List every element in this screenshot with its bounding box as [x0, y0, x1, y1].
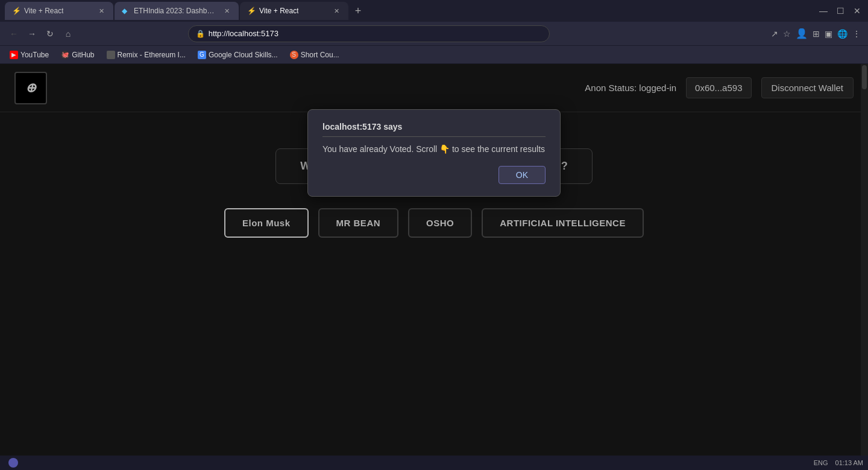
dialog-ok-button[interactable]: OK [498, 166, 546, 184]
tab-1[interactable]: ⚡ Vite + React ✕ [5, 2, 113, 20]
forward-button[interactable]: → [25, 29, 39, 39]
refresh-button[interactable]: ↻ [43, 29, 57, 39]
address-bar: ← → ↻ ⌂ 🔒 http://localhost:5173 ↗ ☆ 👤 ⊞ … [0, 22, 868, 46]
bookmark-github[interactable]: 🐙 GitHub [56, 49, 99, 60]
tab3-close[interactable]: ✕ [332, 6, 341, 16]
tab2-icon: ◆ [122, 7, 130, 15]
taskbar-lang: ENG [814, 459, 828, 466]
taskbar: ENG 01:13 AM [0, 456, 868, 470]
close-window-button[interactable]: ✕ [851, 6, 863, 16]
taskbar-time: 01:13 AM [835, 459, 863, 466]
star-icon[interactable]: ☆ [783, 29, 791, 39]
browser-chrome: ⚡ Vite + React ✕ ◆ ETHIndia 2023: Dashbo… [0, 0, 868, 64]
gcloud-icon: G [198, 51, 206, 59]
bookmark-short[interactable]: S Short Cou... [285, 49, 344, 60]
address-right: ↗ ☆ 👤 ⊞ ▣ 🌐 ⋮ [771, 28, 861, 39]
taskbar-circle [8, 458, 18, 468]
menu-icon[interactable]: ⋮ [852, 29, 861, 39]
bookmark-youtube[interactable]: ▶ YouTube [5, 49, 54, 60]
bookmark-remix[interactable]: Remix - Ethereum I... [102, 49, 190, 60]
sidebar-toggle[interactable]: ▣ [825, 29, 832, 39]
bookmark-short-label: Short Cou... [301, 51, 339, 59]
tab-bar: ⚡ Vite + React ✕ ◆ ETHIndia 2023: Dashbo… [0, 0, 868, 22]
taskbar-start[interactable] [5, 457, 22, 469]
earth-icon[interactable]: 🌐 [837, 29, 848, 39]
app-area: ⊕ Anon Status: logged-in 0x60...a593 Dis… [0, 64, 868, 456]
tab1-close[interactable]: ✕ [96, 6, 106, 16]
bookmark-github-label: GitHub [72, 51, 94, 59]
github-icon: 🐙 [61, 51, 69, 59]
url-text: http://localhost:5173 [209, 29, 278, 38]
new-tab-button[interactable]: + [350, 2, 366, 19]
home-button[interactable]: ⌂ [61, 29, 75, 39]
dialog-title: localhost:5173 says [322, 122, 546, 137]
bookmark-gcloud[interactable]: G Google Cloud Skills... [193, 49, 283, 60]
dialog-overlay: localhost:5173 says You have already Vot… [0, 64, 868, 456]
short-icon: S [290, 51, 298, 59]
youtube-icon: ▶ [10, 51, 18, 59]
tab2-close[interactable]: ✕ [222, 6, 231, 16]
dialog-footer: OK [322, 166, 546, 184]
dialog-message: You have already Voted. Scroll 👇 to see … [322, 144, 546, 154]
bookmark-remix-label: Remix - Ethereum I... [118, 51, 186, 59]
tab-2[interactable]: ◆ ETHIndia 2023: Dashboard | Dev... ✕ [115, 2, 239, 20]
window-controls: — ☐ ✕ [817, 6, 863, 16]
extensions-icon[interactable]: ⊞ [813, 29, 820, 39]
taskbar-right: ENG 01:13 AM [814, 459, 863, 466]
url-bar[interactable]: 🔒 http://localhost:5173 [188, 25, 550, 42]
dialog-box: localhost:5173 says You have already Vot… [307, 109, 561, 197]
tab3-icon: ⚡ [247, 7, 256, 15]
bookmark-youtube-label: YouTube [20, 51, 49, 59]
new-tab-label: + [355, 5, 362, 17]
tab2-label: ETHIndia 2023: Dashboard | Dev... [134, 7, 218, 15]
profile-icon[interactable]: 👤 [796, 28, 808, 39]
tab1-icon: ⚡ [12, 7, 20, 15]
remix-icon [107, 51, 115, 59]
share-icon[interactable]: ↗ [771, 29, 778, 39]
tab-3[interactable]: ⚡ Vite + React ✕ [240, 2, 348, 20]
tab1-label: Vite + React [24, 7, 63, 15]
bookmark-gcloud-label: Google Cloud Skills... [209, 51, 278, 59]
tab3-label: Vite + React [259, 7, 298, 15]
maximize-button[interactable]: ☐ [834, 6, 846, 16]
bookmarks-bar: ▶ YouTube 🐙 GitHub Remix - Ethereum I...… [0, 46, 868, 64]
minimize-button[interactable]: — [817, 6, 829, 16]
back-button[interactable]: ← [7, 29, 20, 39]
lock-icon: 🔒 [196, 30, 205, 38]
